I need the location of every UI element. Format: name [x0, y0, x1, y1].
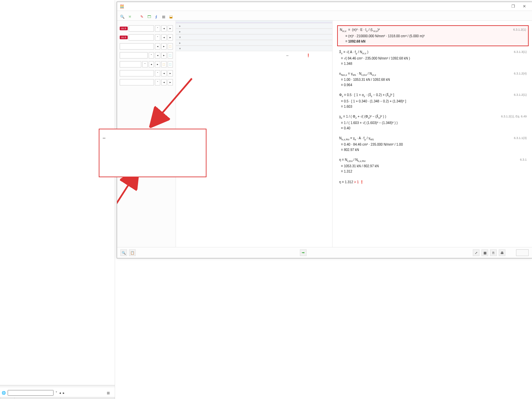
app-icon: 🧮 — [120, 4, 124, 9]
globe-icon: 🌐 — [2, 391, 6, 395]
dropdown-icon[interactable]: ˅ — [56, 391, 57, 395]
member-no-dropdown[interactable] — [120, 52, 148, 59]
uls-chip: ULS — [120, 27, 128, 30]
eq-nncr: 6.3.1.2(4) nNcr,z = γM1 · Nc,Ed / Ncr,z … — [337, 70, 529, 89]
zoom-icon[interactable]: 🔍 — [120, 14, 125, 19]
loading-dropdown[interactable] — [129, 34, 154, 41]
nav-next-icon[interactable]: ▸ — [168, 79, 173, 85]
select-icon[interactable]: ⬚ — [168, 43, 173, 50]
tool-icon[interactable]: ✎ — [139, 14, 144, 19]
dialog-footer: 🔍 📋 ⮕ ⤢ ▦ ⎘ 🖶 — [117, 247, 532, 258]
close-icon[interactable]: ✕ — [519, 3, 529, 9]
nav-prev-icon[interactable]: ◂ — [155, 52, 160, 59]
right-column: 🧮 ❐ ✕ 🔍 ⤧ ✎ 🗖 ∮ ▦ ⬓ — [115, 0, 532, 399]
critical-load-factors-panel: 🌐 ˅ ◂ ▸ ▦ — [0, 385, 115, 399]
chevron-down-icon[interactable]: ˅ — [149, 52, 154, 59]
eq-chi: 6.3.1.2(1), Eq. 6.49 χz = 1 / ( Φz + √( … — [337, 113, 529, 132]
clf-col-a[interactable] — [61, 397, 115, 399]
calculation-panel[interactable]: 6.3.1.2(1) Ncr,z = (π)² · E · Iz / (Lcr,… — [332, 21, 532, 247]
dialog-titlebar[interactable]: 🧮 ❐ ✕ — [117, 2, 532, 11]
nav-prev-icon[interactable]: ◂ — [59, 391, 61, 395]
chevron-down-icon[interactable]: ˅ — [155, 79, 160, 85]
nav-prev-icon[interactable]: ◂ — [161, 79, 167, 85]
maximize-icon[interactable]: ❐ — [508, 3, 518, 9]
clf-selector-row: 🌐 ˅ ◂ ▸ ▦ — [0, 389, 115, 397]
deformed-shape-canvas — [0, 3, 115, 209]
nav-prev-icon[interactable]: ◂ — [161, 70, 167, 76]
nav-next-icon[interactable]: ▸ — [161, 43, 167, 50]
footer-icon[interactable]: 🔍 — [120, 249, 127, 256]
section-internal-forces[interactable] — [176, 34, 332, 40]
clf-col-mode[interactable] — [0, 397, 15, 399]
stress-point-dropdown[interactable] — [120, 70, 154, 76]
section-check-values[interactable] — [176, 46, 332, 51]
tool-icon[interactable]: 🗖 — [146, 14, 152, 19]
chevron-down-icon[interactable]: ˅ — [155, 34, 160, 41]
nav-next-icon[interactable]: ▸ — [155, 61, 160, 67]
uls-chip: ULS — [120, 36, 128, 39]
chevron-down-icon[interactable]: ˅ — [155, 70, 160, 76]
design-check-ratio-row: -- ❗ — [176, 53, 332, 58]
select-icon[interactable]: ⬚ — [161, 61, 167, 67]
eq-ncr: 6.3.1.2(1) Ncr,z = (π)² · E · Iz / (Lcr,… — [337, 25, 529, 46]
chevron-down-icon[interactable]: ˅ — [142, 61, 148, 67]
footer-icon[interactable]: ⮕ — [300, 249, 307, 256]
nav-prev-icon[interactable]: ◂ — [155, 43, 160, 50]
pan-icon[interactable]: ⤧ — [127, 14, 132, 19]
select-icon[interactable]: ⬚ — [168, 52, 173, 59]
annotation-calc-box — [99, 129, 206, 177]
footer-icon[interactable]: ⎘ — [490, 249, 497, 256]
nav-next-icon[interactable]: ▸ — [168, 25, 173, 32]
section-material-properties[interactable] — [176, 23, 332, 29]
content-tabs[interactable] — [176, 21, 332, 23]
select-icon[interactable]: ⬚ — [168, 61, 173, 67]
list-icon[interactable]: ▦ — [107, 391, 110, 395]
member-set-dropdown[interactable] — [120, 43, 154, 50]
dialog-toolbar[interactable]: 🔍 ⤧ ✎ 🗖 ∮ ▦ ⬓ — [117, 13, 532, 21]
chevron-down-icon[interactable]: ˅ — [155, 25, 160, 32]
tool-icon[interactable]: ▦ — [161, 14, 166, 19]
nav-prev-icon[interactable]: ◂ — [161, 25, 167, 32]
clf-col-f[interactable] — [15, 397, 61, 399]
member-location-input[interactable] — [120, 61, 141, 67]
section-section-properties[interactable] — [176, 29, 332, 34]
footer-icon[interactable]: 🖶 — [499, 249, 505, 256]
nav-prev-icon[interactable]: ◂ — [161, 34, 167, 41]
design-situation-dropdown[interactable] — [129, 25, 154, 32]
nav-next-icon[interactable]: ▸ — [63, 391, 65, 395]
nav-prev-icon[interactable]: ◂ — [149, 61, 154, 67]
model-viewport[interactable] — [0, 3, 115, 385]
footer-icon[interactable]: ⤢ — [473, 249, 479, 256]
section-classification[interactable] — [176, 40, 332, 46]
analysis-info — [0, 0, 115, 3]
eq-phi: 6.3.1.2(1) Φz = 0.5 · [ 1 + αz · (λ̄z − … — [337, 91, 529, 111]
footer-icon[interactable]: 📋 — [129, 249, 136, 256]
left-column: 🌐 ˅ ◂ ▸ ▦ — [0, 0, 115, 399]
nav-next-icon[interactable]: ▸ — [168, 34, 173, 41]
eq-lambda: 6.3.1.3(1) λ̄z = √( A · fy / Ncr,z ) = √… — [337, 48, 529, 68]
close-button[interactable] — [516, 249, 529, 256]
tool-icon[interactable]: ⬓ — [168, 14, 174, 19]
nav-next-icon[interactable]: ▸ — [168, 70, 173, 76]
clf-analysis-dropdown[interactable] — [8, 390, 54, 396]
footer-icon[interactable]: ▦ — [481, 249, 488, 256]
clf-table[interactable] — [0, 397, 115, 399]
eq-eta: 6.3.1 η = Nc,Ed / Nb,z,Rd = 1053.31 kN /… — [337, 156, 529, 186]
tool-icon[interactable]: ∮ — [154, 14, 159, 19]
design-check-dropdown[interactable] — [120, 79, 154, 85]
eq-nbrd: 6.3.1.1(3) Nb,z,Rd = χz · A · fy / γM1 =… — [337, 134, 529, 154]
nav-next-icon[interactable]: ▸ — [161, 52, 167, 59]
ref-warning: ❗ — [306, 54, 332, 57]
